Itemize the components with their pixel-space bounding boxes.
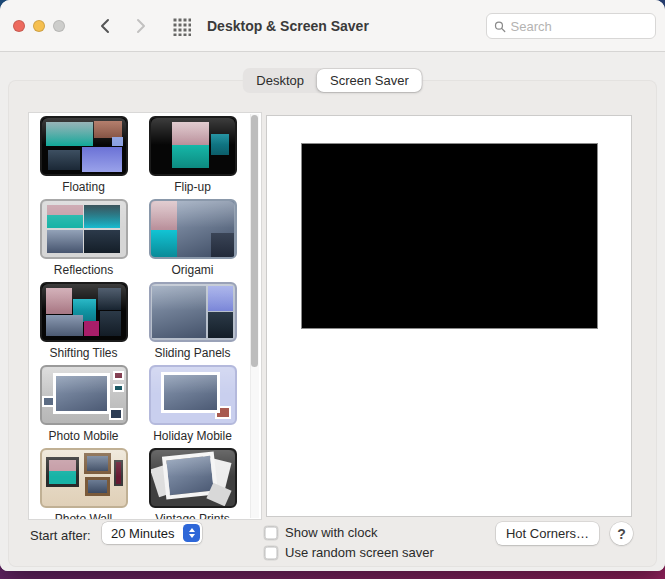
screensaver-label: Vintage Prints bbox=[155, 512, 230, 520]
screensaver-thumbnail bbox=[40, 365, 128, 425]
screensaver-thumbnail bbox=[149, 199, 237, 259]
start-after-select[interactable]: 20 Minutes bbox=[102, 522, 202, 544]
checkbox-box[interactable] bbox=[264, 546, 278, 560]
hot-corners-button[interactable]: Hot Corners… bbox=[496, 522, 599, 545]
screensaver-item-vintage-prints[interactable]: Vintage Prints bbox=[138, 448, 247, 520]
start-after-label: Start after: bbox=[30, 528, 91, 543]
screensaver-label: Origami bbox=[171, 263, 213, 277]
thumbnail-photo-tile bbox=[47, 230, 82, 253]
screensaver-item-floating[interactable]: Floating bbox=[29, 116, 138, 199]
traffic-lights bbox=[13, 20, 65, 32]
thumbnail-photo-tile bbox=[113, 384, 124, 392]
thumbnail-photo-tile bbox=[109, 408, 123, 419]
checkbox-use-random-screen-saver[interactable]: Use random screen saver bbox=[264, 545, 434, 560]
thumbnail-photo-tile bbox=[82, 147, 122, 172]
thumbnail-photo-tile bbox=[113, 371, 124, 380]
checkbox-group: Show with clockUse random screen saver bbox=[264, 525, 434, 560]
screensaver-thumbnail bbox=[149, 116, 237, 176]
screensaver-list-box: FloatingFlip-upReflectionsOrigamiShiftin… bbox=[28, 112, 262, 520]
forward-button[interactable] bbox=[132, 17, 150, 35]
screensaver-thumbnail bbox=[40, 448, 128, 508]
back-button[interactable] bbox=[96, 17, 114, 35]
thumbnail-photo-tile bbox=[46, 122, 93, 146]
thumbnail-photo-tile bbox=[48, 150, 80, 169]
close-button[interactable] bbox=[13, 20, 25, 32]
screensaver-label: Sliding Panels bbox=[154, 346, 230, 360]
titlebar: Desktop & Screen Saver bbox=[0, 0, 665, 52]
thumbnail-photo-tile bbox=[172, 122, 209, 144]
screensaver-item-photo-wall[interactable]: Photo Wall bbox=[29, 448, 138, 520]
thumbnail-photo-tile bbox=[84, 230, 119, 253]
chevron-left-icon bbox=[99, 18, 111, 34]
chevron-down-icon bbox=[189, 534, 195, 538]
thumbnail-photo-tile bbox=[114, 460, 123, 486]
checkbox-box[interactable] bbox=[264, 526, 278, 540]
checkbox-label: Show with clock bbox=[285, 525, 377, 540]
screensaver-label: Shifting Tiles bbox=[49, 346, 117, 360]
thumbnail-photo-tile bbox=[211, 233, 235, 257]
thumbnail-photo-tile bbox=[94, 121, 122, 138]
tab-desktop[interactable]: Desktop bbox=[243, 69, 317, 92]
thumbnail-photo-tile bbox=[46, 457, 80, 487]
content-area: DesktopScreen Saver FloatingFlip-upRefle… bbox=[0, 53, 665, 571]
screensaver-label: Reflections bbox=[54, 263, 113, 277]
thumbnail-photo-tile bbox=[46, 315, 83, 336]
tab-screen-saver[interactable]: Screen Saver bbox=[317, 69, 422, 92]
thumbnail-photo-tile bbox=[47, 205, 82, 228]
thumbnail-photo-tile bbox=[152, 286, 206, 338]
screensaver-label: Flip-up bbox=[174, 180, 211, 194]
screensaver-preview[interactable] bbox=[301, 143, 598, 329]
thumbnail-photo-tile bbox=[84, 453, 112, 473]
stepper-icon bbox=[183, 524, 200, 542]
screensaver-thumbnail bbox=[40, 282, 128, 342]
search-input[interactable] bbox=[511, 19, 648, 34]
thumbnail-photo-tile bbox=[151, 201, 178, 230]
screensaver-item-photo-mobile[interactable]: Photo Mobile bbox=[29, 365, 138, 448]
zoom-button[interactable] bbox=[53, 20, 65, 32]
screensaver-label: Photo Wall bbox=[55, 512, 113, 520]
thumbnail-photo-tile bbox=[98, 288, 122, 310]
screensaver-thumbnail bbox=[149, 365, 237, 425]
chevron-up-icon bbox=[189, 528, 195, 532]
search-field[interactable] bbox=[486, 13, 656, 39]
screensaver-item-shifting-tiles[interactable]: Shifting Tiles bbox=[29, 282, 138, 365]
thumbnail-photo-tile bbox=[208, 312, 233, 338]
screensaver-item-holiday-mobile[interactable]: Holiday Mobile bbox=[138, 365, 247, 448]
thumbnail-photo-tile bbox=[151, 230, 178, 257]
thumbnail-photo-tile bbox=[161, 372, 220, 413]
screensaver-thumbnail bbox=[149, 282, 237, 342]
screensaver-item-flip-up[interactable]: Flip-up bbox=[138, 116, 247, 199]
thumbnail-photo-tile bbox=[100, 311, 121, 336]
thumbnail-photo-tile bbox=[84, 321, 98, 336]
preview-panel bbox=[266, 115, 632, 517]
minimize-button[interactable] bbox=[33, 20, 45, 32]
checkbox-label: Use random screen saver bbox=[285, 545, 434, 560]
thumbnail-photo-tile bbox=[85, 477, 109, 496]
help-button[interactable]: ? bbox=[610, 522, 633, 545]
screensaver-thumbnail bbox=[149, 448, 237, 508]
screensaver-item-sliding-panels[interactable]: Sliding Panels bbox=[138, 282, 247, 365]
window-title: Desktop & Screen Saver bbox=[207, 18, 369, 34]
thumbnail-photo-tile bbox=[53, 373, 110, 414]
screensaver-thumbnail bbox=[40, 116, 128, 176]
checkbox-show-with-clock[interactable]: Show with clock bbox=[264, 525, 434, 540]
show-all-grid-icon[interactable] bbox=[172, 17, 191, 36]
thumbnail-photo-tile bbox=[207, 482, 232, 506]
thumbnail-photo-tile bbox=[208, 286, 233, 311]
screensaver-list: FloatingFlip-upReflectionsOrigamiShiftin… bbox=[29, 113, 247, 520]
search-icon bbox=[494, 20, 506, 33]
scrollbar-track[interactable] bbox=[250, 114, 259, 518]
screensaver-label: Photo Mobile bbox=[48, 429, 118, 443]
tab-group: DesktopScreen Saver bbox=[242, 68, 422, 93]
screensaver-label: Holiday Mobile bbox=[153, 429, 232, 443]
thumbnail-photo-tile bbox=[46, 288, 72, 314]
screensaver-item-reflections[interactable]: Reflections bbox=[29, 199, 138, 282]
preferences-window: Desktop & Screen Saver DesktopScreen Sav… bbox=[0, 0, 665, 571]
thumbnail-photo-tile bbox=[211, 134, 229, 155]
scrollbar-thumb[interactable] bbox=[251, 115, 258, 367]
start-after-value: 20 Minutes bbox=[102, 526, 183, 541]
chevron-right-icon bbox=[135, 18, 147, 34]
thumbnail-photo-tile bbox=[112, 137, 123, 146]
thumbnail-photo-tile bbox=[84, 205, 119, 228]
screensaver-item-origami[interactable]: Origami bbox=[138, 199, 247, 282]
